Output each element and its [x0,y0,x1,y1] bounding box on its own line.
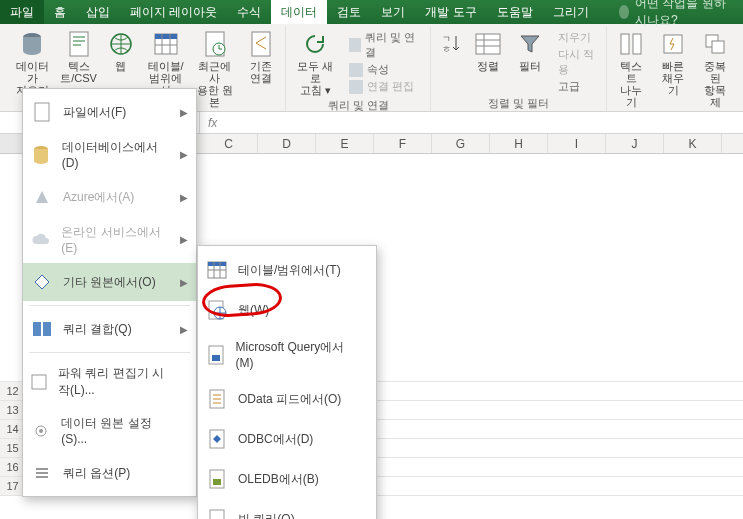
svg-rect-23 [43,322,51,336]
col-header[interactable]: I [548,134,606,153]
chevron-right-icon: ▶ [180,277,188,288]
svg-rect-31 [208,262,226,266]
menu-combine-queries[interactable]: 쿼리 결합(Q)▶ [23,310,196,348]
tab-dev[interactable]: 개발 도구 [415,0,486,24]
existing-connections-button[interactable]: 기존연결 [241,28,281,110]
refresh-icon [301,30,329,58]
chevron-right-icon: ▶ [180,107,188,118]
group-queries-connections: 모두 새로고침 ▾ 쿼리 및 연결 속성 연결 편집 쿼리 및 연결 [286,26,431,111]
fx-label[interactable]: fx [200,116,225,130]
svg-rect-17 [712,41,724,53]
database-icon [31,144,52,166]
svg-text:ㅎ: ㅎ [442,44,451,54]
svg-text:ㄱ: ㄱ [442,34,451,44]
oledb-icon [206,468,228,490]
submenu-oledb[interactable]: OLEDB에서(B) [198,459,376,499]
svg-rect-28 [36,472,48,474]
col-header[interactable]: K [664,134,722,153]
table-icon [206,259,228,281]
tab-formula[interactable]: 수식 [227,0,271,24]
svg-rect-24 [32,375,46,389]
submenu-from-table[interactable]: 테이블/범위에서(T) [198,250,376,290]
queries-connections-item[interactable]: 쿼리 및 연결 [349,30,421,60]
submenu-ms-query[interactable]: Microsoft Query에서(M) [198,330,376,379]
flash-fill-icon [659,30,687,58]
funnel-icon [516,30,544,58]
properties-icon [349,63,363,77]
refresh-all-button[interactable]: 모두 새로고침 ▾ [290,28,341,98]
clear-filter-item[interactable]: 지우기 [558,30,596,45]
tab-view[interactable]: 보기 [371,0,415,24]
svg-rect-18 [35,103,49,121]
submenu-from-web[interactable]: 웹(W) [198,290,376,330]
svg-point-2 [23,47,41,55]
cloud-icon [31,229,51,251]
svg-rect-29 [36,476,48,478]
tab-insert[interactable]: 삽입 [76,0,120,24]
other-sources-submenu: 테이블/범위에서(T) 웹(W) Microsoft Query에서(M) OD… [197,245,377,519]
recent-icon [201,30,229,58]
properties-item[interactable]: 속성 [349,62,421,77]
sort-asc-button[interactable]: ㄱㅎ [435,28,466,96]
col-header[interactable]: C [200,134,258,153]
col-header[interactable]: D [258,134,316,153]
menu-launch-editor[interactable]: 파워 쿼리 편집기 시작(L)... [23,357,196,407]
menu-from-online[interactable]: 온라인 서비스에서(E)▶ [23,216,196,263]
connections-icon [247,30,275,58]
filter-button[interactable]: 필터 [510,28,550,96]
tab-home[interactable]: 홈 [44,0,76,24]
chevron-right-icon: ▶ [180,192,188,203]
azure-icon [31,186,53,208]
menu-from-other[interactable]: 기타 원본에서(O)▶ [23,263,196,301]
tab-draw[interactable]: 그리기 [543,0,599,24]
gear-icon [31,420,51,442]
menu-data-source-settings[interactable]: 데이터 원본 설정(S)... [23,407,196,454]
options-icon [31,462,53,484]
svg-rect-39 [213,479,221,485]
odata-icon [206,388,228,410]
chevron-right-icon: ▶ [180,234,188,245]
col-header[interactable]: J [606,134,664,153]
tab-data[interactable]: 데이터 [271,0,327,24]
file-icon [31,101,53,123]
menu-from-database[interactable]: 데이터베이스에서(D)▶ [23,131,196,178]
reapply-item[interactable]: 다시 적용 [558,47,596,77]
svg-rect-40 [210,510,224,519]
tab-help[interactable]: 도움말 [487,0,543,24]
col-header[interactable]: F [374,134,432,153]
col-header[interactable]: H [490,134,548,153]
text-file-icon [65,30,93,58]
edit-links-item[interactable]: 연결 편집 [349,79,421,94]
tab-layout[interactable]: 페이지 레이아웃 [120,0,227,24]
remove-duplicates-button[interactable]: 중복된항목 제 [695,28,735,110]
menu-query-options[interactable]: 쿼리 옵션(P) [23,454,196,492]
col-header[interactable]: G [432,134,490,153]
tell-me-placeholder: 어떤 작업을 원하시나요? [635,0,733,29]
col-header[interactable]: E [316,134,374,153]
menu-from-file[interactable]: 파일에서(F)▶ [23,93,196,131]
chevron-right-icon: ▶ [180,149,188,160]
diamond-icon [31,271,53,293]
editor-icon [31,371,48,393]
advanced-filter-item[interactable]: 고급 [558,79,596,94]
group-data-tools: 텍스트나누기 빠른채우기 중복된항목 제 [607,26,739,111]
get-data-menu: 파일에서(F)▶ 데이터베이스에서(D)▶ Azure에서(A)▶ 온라인 서비… [22,88,197,497]
globe-icon [206,299,228,321]
flash-fill-button[interactable]: 빠른채우기 [653,28,693,110]
tell-me-search[interactable]: 어떤 작업을 원하시나요? [599,0,743,24]
svg-rect-13 [621,34,629,54]
tab-file[interactable]: 파일 [0,0,44,24]
sort-asc-icon: ㄱㅎ [437,30,465,58]
svg-rect-12 [476,34,500,54]
menu-from-azure[interactable]: Azure에서(A)▶ [23,178,196,216]
text-to-columns-button[interactable]: 텍스트나누기 [611,28,651,110]
chevron-right-icon: ▶ [180,324,188,335]
submenu-blank-query[interactable]: 빈 쿼리(Q) [198,499,376,519]
sort-icon [474,30,502,58]
sort-button[interactable]: 정렬 [468,28,508,96]
msquery-icon [206,344,226,366]
submenu-odata[interactable]: OData 피드에서(O) [198,379,376,419]
submenu-odbc[interactable]: ODBC에서(D) [198,419,376,459]
recent-sources-button[interactable]: 최근에 사용한 원본 [191,28,240,110]
tab-review[interactable]: 검토 [327,0,371,24]
